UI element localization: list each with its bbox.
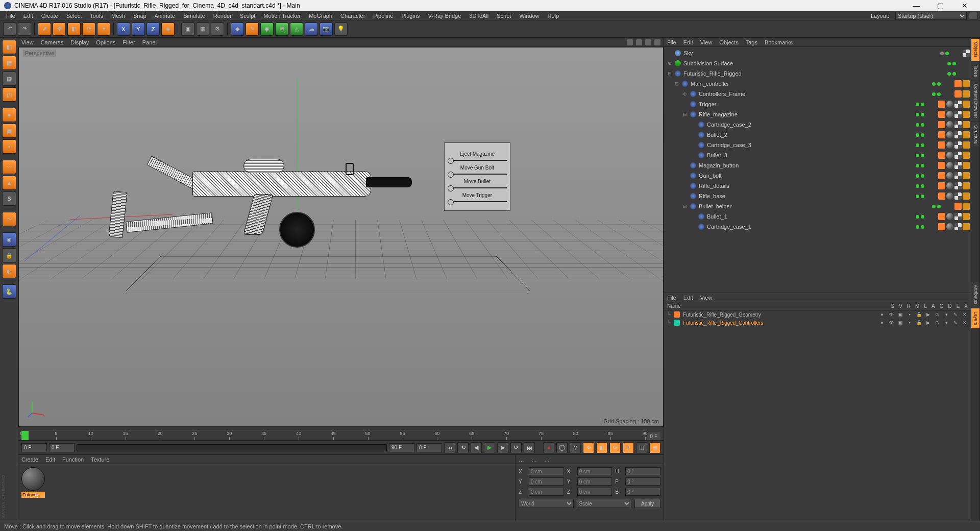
layer-toggle-icon[interactable]: ▣ <box>897 320 903 326</box>
layer-toggle-icon[interactable]: ▪ <box>906 311 913 318</box>
expand-icon[interactable]: ⊕ <box>682 91 688 96</box>
obj-menu[interactable]: Bookmarks <box>765 39 793 45</box>
edge-mode-icon[interactable]: 〰 <box>2 160 16 174</box>
lasttool-icon[interactable]: ✦ <box>97 22 110 36</box>
close-button[interactable]: ✕ <box>953 1 976 11</box>
menu-item[interactable]: 3DToAll <box>465 12 493 20</box>
visibility-dots[interactable] <box>916 174 924 178</box>
tag-star-icon[interactable] <box>963 162 970 169</box>
object-node[interactable]: Gun_bolt <box>665 171 970 181</box>
maximize-button[interactable]: ▢ <box>929 1 952 11</box>
object-node[interactable]: Cartridge_case_1 <box>665 222 970 232</box>
coord-space-select[interactable]: World <box>519 499 574 508</box>
visibility-dots[interactable] <box>916 133 924 137</box>
object-node[interactable]: Bullet_3 <box>665 150 970 160</box>
minimize-button[interactable]: — <box>905 1 928 11</box>
object-tags[interactable] <box>938 121 970 128</box>
visibility-dots[interactable] <box>916 225 924 229</box>
tag-orange-icon[interactable] <box>954 80 962 87</box>
tag-star-icon[interactable] <box>963 223 970 230</box>
layout-select[interactable]: Startup (User) <box>895 12 967 20</box>
tag-orange-icon[interactable] <box>938 152 945 159</box>
coord-input[interactable] <box>577 467 612 475</box>
xray-icon[interactable]: ◐ <box>2 264 16 278</box>
redo-icon[interactable]: ↷ <box>18 22 31 36</box>
tag-chk-icon[interactable] <box>954 172 962 179</box>
mat-menu[interactable]: Edit <box>45 456 55 463</box>
tag-chk-icon[interactable] <box>954 141 962 149</box>
tag-star-icon[interactable] <box>963 111 970 118</box>
point-mode-icon[interactable]: ▪ <box>2 139 16 154</box>
object-tags[interactable] <box>938 182 970 189</box>
object-node[interactable]: Bullet_2 <box>665 130 970 140</box>
menu-item[interactable]: Sculpt <box>236 12 260 20</box>
object-node[interactable]: Trigger <box>665 99 970 109</box>
tag-sph-icon[interactable] <box>946 111 953 118</box>
coord-hdr[interactable]: … <box>544 456 550 463</box>
right-tab[interactable]: Content Browser <box>971 81 979 121</box>
tag-star-icon[interactable] <box>963 131 970 138</box>
coord-input[interactable] <box>625 477 660 486</box>
tag-star-icon[interactable] <box>963 101 970 108</box>
tag-sph-icon[interactable] <box>946 101 953 108</box>
rotate-tool-icon[interactable]: ⟳ <box>82 22 95 36</box>
ctrl-eject-slider[interactable] <box>448 160 507 161</box>
mat-menu[interactable]: Texture <box>91 456 109 463</box>
coord-hdr[interactable]: … <box>519 456 524 463</box>
layer-toggle-icon[interactable]: ▾ <box>943 311 949 318</box>
vp-nav-rotate-icon[interactable] <box>645 39 651 45</box>
visibility-dots[interactable] <box>916 195 924 198</box>
vp-menu[interactable]: Options <box>96 39 115 45</box>
current-frame-input[interactable] <box>416 443 442 452</box>
object-tags[interactable] <box>954 203 970 210</box>
tag-chk-icon[interactable] <box>954 162 962 169</box>
menu-item[interactable]: Script <box>493 12 515 20</box>
coord-input[interactable] <box>529 467 564 475</box>
tag-sph-icon[interactable] <box>946 192 953 200</box>
expand-icon[interactable]: ⊟ <box>682 112 688 117</box>
coord-input[interactable] <box>577 477 612 486</box>
menu-item[interactable]: Render <box>209 12 236 20</box>
layer-toggle-icon[interactable]: ✕ <box>962 311 968 318</box>
goto-start-icon[interactable]: ⏮ <box>444 442 455 453</box>
goto-end-icon[interactable]: ⏭ <box>524 442 535 453</box>
tag-orange-icon[interactable] <box>938 213 945 220</box>
menu-item[interactable]: Edit <box>19 12 37 20</box>
expand-icon[interactable]: ⊟ <box>682 204 688 209</box>
ctrl-trigger-slider[interactable] <box>448 201 507 202</box>
lay-menu[interactable]: View <box>700 295 713 301</box>
object-node[interactable]: ⊟Rifle_magazine <box>665 109 970 119</box>
object-node[interactable]: ⊕Controllers_Frame <box>665 89 970 99</box>
menu-item[interactable]: Help <box>544 12 564 20</box>
coord-input[interactable] <box>577 488 612 496</box>
layout-config-icon[interactable] <box>969 12 978 20</box>
tag-chk-icon[interactable] <box>954 182 962 189</box>
visibility-dots[interactable] <box>947 72 956 76</box>
pen-tool-icon[interactable]: ✎ <box>246 22 259 36</box>
tag-star-icon[interactable] <box>963 192 970 200</box>
object-node[interactable]: ⊟Main_controller <box>665 79 970 89</box>
vp-menu[interactable]: Panel <box>142 39 157 45</box>
layer-color-swatch[interactable] <box>674 311 680 318</box>
tag-star-icon[interactable] <box>963 80 970 87</box>
object-tags[interactable] <box>938 192 970 200</box>
tag-sph-icon[interactable] <box>946 223 953 230</box>
mat-menu[interactable]: Function <box>62 456 84 463</box>
layer-color-swatch[interactable] <box>674 320 680 326</box>
frame-slider[interactable] <box>77 444 387 451</box>
range-start-input[interactable] <box>21 443 47 452</box>
object-node[interactable]: Rifle_details <box>665 181 970 191</box>
tag-star-icon[interactable] <box>963 121 970 128</box>
tag-orange-icon[interactable] <box>938 172 945 179</box>
menu-item[interactable]: Create <box>37 12 62 20</box>
menu-item[interactable]: Character <box>336 12 369 20</box>
visibility-dots[interactable] <box>947 62 956 65</box>
goto-prevkey-icon[interactable]: ⟲ <box>457 442 469 453</box>
visibility-dots[interactable] <box>916 143 924 147</box>
coord-input[interactable] <box>529 477 564 486</box>
environment-icon[interactable]: ☁ <box>305 22 318 36</box>
obj-menu[interactable]: Tags <box>746 39 757 45</box>
array-icon[interactable]: ❋ <box>275 22 288 36</box>
tag-star-icon[interactable] <box>963 182 970 189</box>
visibility-dots[interactable] <box>932 205 941 208</box>
